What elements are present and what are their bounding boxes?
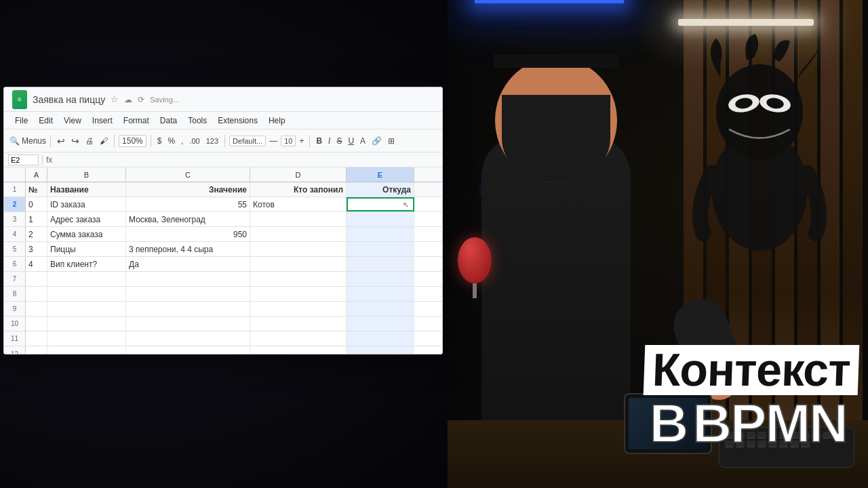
cell-3d[interactable]	[250, 212, 347, 226]
cell-1a[interactable]: №	[26, 182, 47, 197]
number-format[interactable]: 123	[204, 136, 220, 146]
cell-2d[interactable]: Котов	[250, 197, 347, 211]
row-1-num: 1	[4, 182, 26, 197]
col-header-e[interactable]: E	[347, 167, 414, 182]
menu-help[interactable]: Help	[263, 114, 291, 127]
logo-lines-icon: ≡	[18, 96, 22, 103]
cell-2b[interactable]: ID заказа	[47, 197, 126, 211]
table-row-5: 5 3 Пиццы 3 пепперони, 4 4 сыра	[4, 242, 442, 257]
col-header-d[interactable]: D	[250, 167, 347, 182]
cell-5e[interactable]	[347, 242, 414, 256]
row-4-num: 4	[4, 227, 26, 241]
paint-format-icon[interactable]: 🖌	[98, 135, 110, 147]
cell-4d[interactable]	[250, 227, 347, 241]
sheets-logo: ≡	[12, 90, 27, 109]
cell-6b[interactable]: Вип клиент?	[47, 257, 126, 271]
cell-1c[interactable]: Значение	[126, 182, 250, 197]
cell-5b[interactable]: Пиццы	[47, 242, 126, 256]
menu-data[interactable]: Data	[155, 114, 182, 127]
cell-3b[interactable]: Адрес заказа	[47, 212, 126, 226]
table-row-2: 2 0 ID заказа 55 Котов ↖	[4, 197, 442, 212]
text-color-icon[interactable]: A	[358, 135, 368, 147]
microphone	[454, 237, 495, 298]
table-row-7: 7	[4, 272, 442, 287]
cell-4b[interactable]: Сумма заказа	[47, 227, 126, 241]
menu-file[interactable]: File	[9, 114, 33, 127]
col-header-c[interactable]: C	[126, 167, 250, 182]
toolbar-divider-5	[309, 135, 310, 147]
toolbar-divider-1	[50, 135, 51, 147]
cell-6d[interactable]	[250, 257, 347, 271]
menu-tools[interactable]: Tools	[182, 114, 212, 127]
cell-5d[interactable]	[250, 242, 347, 256]
font-size-plus[interactable]: +	[298, 135, 305, 147]
print-icon[interactable]: 🖨	[83, 135, 96, 147]
cell-reference-input[interactable]	[8, 155, 39, 165]
menus-label[interactable]: Menus	[22, 136, 46, 146]
cell-2e[interactable]: ↖	[347, 197, 414, 211]
cell-6e[interactable]	[347, 257, 414, 271]
cell-1d[interactable]: Кто запонил	[250, 182, 347, 197]
menu-extensions[interactable]: Extensions	[212, 114, 263, 127]
sheets-toolbar: 🔍 Menus ↩ ↪ 🖨 🖌 150% $ % , .00 123 Defau…	[4, 129, 442, 152]
table-row-12: 12	[4, 346, 442, 354]
person-hair	[494, 54, 618, 68]
mic-capsule	[458, 237, 492, 283]
cell-3a[interactable]: 1	[26, 212, 47, 226]
row-5-num: 5	[4, 242, 26, 256]
search-icon[interactable]: 🔍	[9, 136, 20, 146]
table-row-1: 1 № Название Значение Кто запонил Откуда	[4, 182, 442, 197]
highlight-icon[interactable]: 🔗	[370, 135, 384, 147]
decimal-button[interactable]: .00	[187, 136, 201, 146]
cell-4a[interactable]: 2	[26, 227, 47, 241]
v-bpmn-line: В BPMN	[644, 396, 859, 451]
cell-2c[interactable]: 55	[126, 197, 250, 211]
menu-edit[interactable]: Edit	[33, 114, 58, 127]
cell-2a[interactable]: 0	[26, 197, 47, 211]
sheets-menubar: File Edit View Insert Format Data Tools …	[4, 112, 442, 129]
percent-button[interactable]: %	[165, 135, 177, 147]
cell-4c[interactable]: 950	[126, 227, 250, 241]
cell-1e[interactable]: Откуда	[347, 182, 414, 197]
cell-5c[interactable]: 3 пепперони, 4 4 сыра	[126, 242, 250, 256]
menu-insert[interactable]: Insert	[87, 114, 118, 127]
row-6-num: 6	[4, 257, 26, 271]
cell-3e[interactable]	[347, 212, 414, 226]
kontekst-text: Контекст	[651, 346, 850, 392]
bpmn-text: BPMN	[692, 396, 847, 451]
bold-button[interactable]: B	[314, 135, 324, 147]
menu-view[interactable]: View	[58, 114, 87, 127]
col-header-b[interactable]: B	[47, 167, 126, 182]
col-header-a[interactable]: A	[26, 167, 47, 182]
strikethrough-button[interactable]: S	[334, 135, 344, 147]
cell-5a[interactable]: 3	[26, 242, 47, 256]
font-size-minus[interactable]: —	[268, 135, 279, 147]
kontekst-bg: Контекст	[643, 345, 859, 395]
toolbar-divider-2	[114, 135, 115, 147]
person-beard	[502, 95, 610, 183]
borders-button[interactable]: ⊞	[386, 135, 397, 147]
font-size-value[interactable]: 10	[281, 136, 296, 146]
comma-button[interactable]: ,	[179, 135, 185, 147]
star-icon[interactable]: ☆	[111, 94, 119, 104]
window-title: Заявка на пиццу	[33, 94, 105, 105]
cell-1b[interactable]: Название	[47, 182, 126, 197]
italic-button[interactable]: I	[326, 135, 332, 147]
saving-status: Saving...	[150, 96, 179, 104]
currency-button[interactable]: $	[155, 135, 164, 147]
underline-button[interactable]: U	[346, 135, 356, 147]
redo-button[interactable]: ↪	[69, 134, 81, 148]
cell-6a[interactable]: 4	[26, 257, 47, 271]
toolbar-divider-3	[151, 135, 151, 147]
column-headers: A B C D E	[4, 167, 442, 182]
table-row-10: 10	[4, 317, 442, 331]
font-selector[interactable]: Default...	[229, 136, 266, 146]
cell-4e[interactable]	[347, 227, 414, 241]
row-2-num: 2	[4, 197, 26, 211]
zoom-selector[interactable]: 150%	[119, 135, 146, 147]
mic-stand-piece	[473, 283, 477, 298]
cell-6c[interactable]: Да	[126, 257, 250, 271]
undo-button[interactable]: ↩	[55, 134, 67, 148]
cell-3c[interactable]: Москва, Зеленоград	[126, 212, 250, 226]
menu-format[interactable]: Format	[118, 114, 155, 127]
